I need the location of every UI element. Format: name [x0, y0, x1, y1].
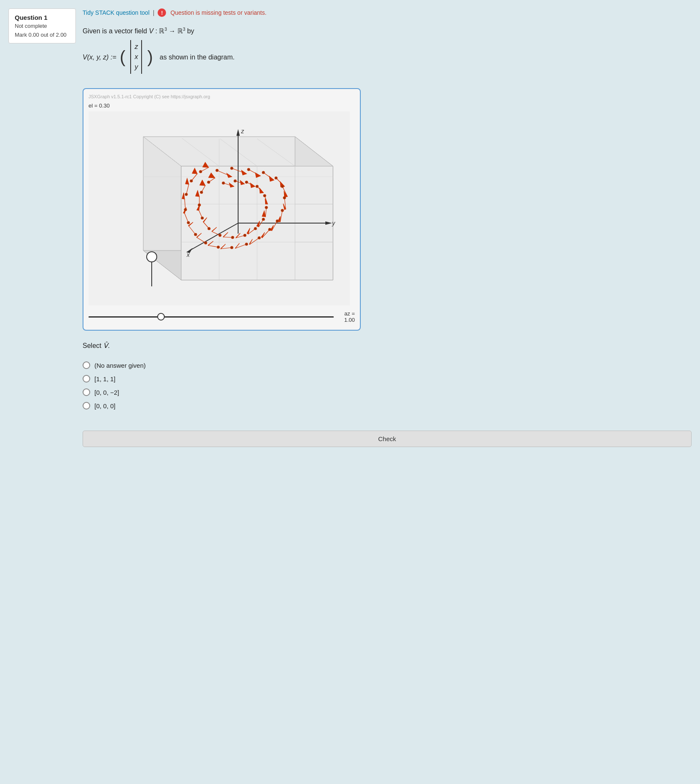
- svg-point-122: [190, 180, 193, 182]
- svg-point-108: [281, 185, 284, 188]
- graph-container: JSXGraph v1.5.1-rc1 Copyright (C) see ht…: [83, 88, 361, 331]
- az-slider-area: az = 1.00: [89, 310, 355, 323]
- svg-text:x: x: [186, 251, 190, 258]
- top-bar: Tidy STACK question tool | ! Question is…: [83, 8, 692, 17]
- jsxgraph-credit: JSXGraph v1.5.1-rc1 Copyright (C) see ht…: [89, 94, 355, 99]
- svg-point-114: [245, 243, 248, 245]
- warning-message: Question is missing tests or variants.: [170, 9, 266, 16]
- 3d-graph: z y x: [89, 111, 350, 305]
- svg-point-126: [245, 181, 248, 183]
- radio-button-3[interactable]: [83, 402, 90, 410]
- svg-point-128: [263, 194, 266, 197]
- matrix-right-paren: ): [147, 48, 153, 65]
- svg-point-119: [187, 221, 190, 224]
- radio-option-3[interactable]: [0, 0, 0]: [83, 402, 692, 410]
- question-body: Given is a vector field V : ℝ3 → ℝ3 by V…: [83, 25, 692, 77]
- radio-button-no-answer[interactable]: [83, 361, 90, 369]
- svg-point-118: [194, 233, 197, 236]
- vector-definition: V(x, y, z) := ( z x y ) as shown in the …: [83, 40, 692, 74]
- matrix-row-2: x: [134, 52, 138, 62]
- svg-point-116: [217, 246, 220, 248]
- svg-text:y: y: [332, 220, 335, 226]
- question-number: Question 1: [15, 14, 70, 21]
- radio-button-1[interactable]: [83, 375, 90, 383]
- radio-options: (No answer given) [1, 1, 1] [0, 0, −2] […: [83, 361, 692, 415]
- svg-point-106: [262, 171, 265, 174]
- radio-label-no-answer: (No answer given): [94, 362, 146, 369]
- main-content: Tidy STACK question tool | ! Question is…: [83, 8, 692, 776]
- el-label: el = 0.30: [89, 102, 355, 109]
- svg-text:z: z: [241, 128, 244, 135]
- svg-point-131: [254, 227, 257, 230]
- svg-point-125: [234, 180, 236, 182]
- graph-svg: z y x: [89, 111, 350, 305]
- function-name: V(x, y, z) :=: [83, 51, 116, 63]
- svg-point-120: [184, 208, 187, 211]
- svg-point-109: [283, 197, 286, 199]
- az-slider-thumb[interactable]: [157, 313, 165, 321]
- radio-label-3: [0, 0, 0]: [94, 402, 115, 410]
- svg-point-129: [265, 206, 268, 209]
- az-slider-track[interactable]: [89, 316, 334, 318]
- radio-option-2[interactable]: [0, 0, −2]: [83, 388, 692, 396]
- svg-point-121: [185, 193, 188, 196]
- svg-point-105: [247, 168, 250, 171]
- radio-label-1: [1, 1, 1]: [94, 375, 115, 383]
- radio-button-2[interactable]: [83, 388, 90, 396]
- svg-point-103: [216, 169, 218, 172]
- svg-point-127: [256, 185, 258, 188]
- vector-matrix: z x y: [130, 40, 142, 74]
- check-button[interactable]: Check: [83, 431, 692, 447]
- radio-label-2: [0, 0, −2]: [94, 389, 119, 396]
- tidy-stack-link[interactable]: Tidy STACK question tool: [83, 9, 150, 16]
- svg-point-136: [201, 217, 204, 219]
- matrix-row-3: y: [134, 62, 138, 72]
- svg-point-140: [147, 252, 157, 262]
- select-v-hat-label: Select V̂.: [83, 342, 692, 350]
- svg-point-112: [268, 228, 271, 231]
- svg-point-110: [281, 209, 284, 212]
- suffix-text: as shown in the diagram.: [160, 51, 235, 63]
- question-status: Not complete: [15, 23, 70, 29]
- svg-point-130: [262, 218, 265, 221]
- svg-point-138: [200, 191, 203, 194]
- svg-point-111: [276, 220, 279, 222]
- intro-text: Given is a vector field V : ℝ3 → ℝ3 by: [83, 25, 194, 37]
- svg-point-133: [231, 236, 234, 239]
- svg-point-137: [198, 204, 201, 206]
- svg-point-134: [219, 234, 221, 237]
- svg-point-115: [231, 246, 233, 249]
- svg-point-104: [231, 167, 233, 170]
- svg-point-113: [258, 237, 260, 239]
- svg-point-123: [199, 170, 202, 173]
- svg-point-135: [208, 227, 210, 230]
- svg-point-124: [222, 182, 225, 184]
- svg-point-139: [207, 181, 210, 183]
- radio-option-no-answer[interactable]: (No answer given): [83, 361, 692, 369]
- matrix-left-paren: (: [120, 48, 125, 65]
- radio-option-1[interactable]: [1, 1, 1]: [83, 375, 692, 383]
- matrix-row-1: z: [134, 42, 138, 52]
- svg-point-107: [275, 177, 277, 179]
- question-info-panel: Question 1 Not complete Mark 0.00 out of…: [8, 8, 76, 43]
- question-mark: Mark 0.00 out of 2.00: [15, 32, 70, 38]
- svg-point-132: [244, 234, 246, 237]
- svg-point-117: [204, 242, 207, 244]
- az-label: az = 1.00: [338, 310, 355, 323]
- warning-icon: !: [158, 8, 166, 17]
- question-intro-line: Given is a vector field V : ℝ3 → ℝ3 by: [83, 25, 692, 37]
- separator: |: [153, 9, 155, 16]
